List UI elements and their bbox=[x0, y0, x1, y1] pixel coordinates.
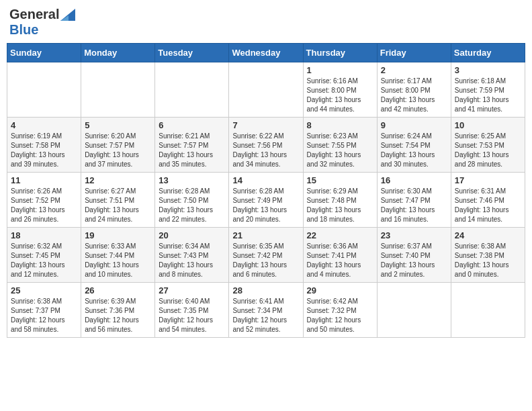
calendar-cell: 19Sunrise: 6:33 AM Sunset: 7:44 PM Dayli… bbox=[81, 228, 155, 283]
calendar-cell: 7Sunrise: 6:22 AM Sunset: 7:56 PM Daylig… bbox=[229, 118, 303, 173]
day-header-tuesday: Tuesday bbox=[155, 44, 229, 62]
day-info: Sunrise: 6:29 AM Sunset: 7:48 PM Dayligh… bbox=[307, 187, 373, 224]
calendar-cell: 16Sunrise: 6:30 AM Sunset: 7:47 PM Dayli… bbox=[377, 173, 451, 228]
calendar-cell: 22Sunrise: 6:36 AM Sunset: 7:41 PM Dayli… bbox=[303, 228, 377, 283]
day-header-monday: Monday bbox=[81, 44, 155, 62]
logo: General Blue bbox=[9, 7, 75, 38]
day-info: Sunrise: 6:17 AM Sunset: 8:00 PM Dayligh… bbox=[381, 77, 447, 114]
calendar-cell bbox=[155, 62, 229, 118]
day-number: 16 bbox=[381, 175, 447, 185]
calendar-cell: 18Sunrise: 6:32 AM Sunset: 7:45 PM Dayli… bbox=[7, 228, 81, 283]
calendar-cell: 29Sunrise: 6:42 AM Sunset: 7:32 PM Dayli… bbox=[303, 283, 377, 338]
day-info: Sunrise: 6:36 AM Sunset: 7:41 PM Dayligh… bbox=[307, 242, 373, 279]
calendar-cell: 9Sunrise: 6:24 AM Sunset: 7:54 PM Daylig… bbox=[377, 118, 451, 173]
calendar-cell bbox=[451, 283, 525, 338]
calendar-cell bbox=[81, 62, 155, 118]
day-number: 7 bbox=[232, 120, 299, 130]
day-info: Sunrise: 6:27 AM Sunset: 7:51 PM Dayligh… bbox=[85, 187, 151, 224]
calendar-cell: 10Sunrise: 6:25 AM Sunset: 7:53 PM Dayli… bbox=[451, 118, 525, 173]
day-info: Sunrise: 6:21 AM Sunset: 7:57 PM Dayligh… bbox=[159, 132, 225, 169]
day-number: 5 bbox=[85, 120, 151, 130]
day-number: 24 bbox=[455, 230, 521, 240]
day-header-friday: Friday bbox=[377, 44, 451, 62]
day-info: Sunrise: 6:32 AM Sunset: 7:45 PM Dayligh… bbox=[11, 242, 77, 279]
calendar-cell: 12Sunrise: 6:27 AM Sunset: 7:51 PM Dayli… bbox=[81, 173, 155, 228]
day-info: Sunrise: 6:28 AM Sunset: 7:50 PM Dayligh… bbox=[159, 187, 225, 224]
day-number: 19 bbox=[85, 230, 151, 240]
calendar-header-row: SundayMondayTuesdayWednesdayThursdayFrid… bbox=[7, 44, 525, 62]
day-number: 17 bbox=[455, 175, 521, 185]
calendar-week-2: 4Sunrise: 6:19 AM Sunset: 7:58 PM Daylig… bbox=[7, 118, 525, 173]
day-number: 12 bbox=[85, 175, 151, 185]
day-number: 21 bbox=[232, 230, 299, 240]
day-info: Sunrise: 6:20 AM Sunset: 7:57 PM Dayligh… bbox=[85, 132, 151, 169]
day-number: 14 bbox=[232, 175, 299, 185]
day-info: Sunrise: 6:38 AM Sunset: 7:37 PM Dayligh… bbox=[11, 297, 77, 334]
calendar-cell: 14Sunrise: 6:28 AM Sunset: 7:49 PM Dayli… bbox=[229, 173, 303, 228]
calendar-cell bbox=[7, 62, 81, 118]
day-info: Sunrise: 6:19 AM Sunset: 7:58 PM Dayligh… bbox=[11, 132, 77, 169]
calendar-cell: 2Sunrise: 6:17 AM Sunset: 8:00 PM Daylig… bbox=[377, 62, 451, 118]
calendar-cell: 25Sunrise: 6:38 AM Sunset: 7:37 PM Dayli… bbox=[7, 283, 81, 338]
day-number: 13 bbox=[159, 175, 225, 185]
day-number: 15 bbox=[307, 175, 373, 185]
day-number: 25 bbox=[11, 285, 77, 295]
page-header: General Blue bbox=[7, 7, 525, 38]
calendar-week-5: 25Sunrise: 6:38 AM Sunset: 7:37 PM Dayli… bbox=[7, 283, 525, 338]
day-header-sunday: Sunday bbox=[7, 44, 81, 62]
day-info: Sunrise: 6:16 AM Sunset: 8:00 PM Dayligh… bbox=[307, 77, 373, 114]
calendar-cell: 11Sunrise: 6:26 AM Sunset: 7:52 PM Dayli… bbox=[7, 173, 81, 228]
day-info: Sunrise: 6:34 AM Sunset: 7:43 PM Dayligh… bbox=[159, 242, 225, 279]
calendar-cell: 20Sunrise: 6:34 AM Sunset: 7:43 PM Dayli… bbox=[155, 228, 229, 283]
calendar-cell bbox=[377, 283, 451, 338]
day-number: 22 bbox=[307, 230, 373, 240]
day-number: 18 bbox=[11, 230, 77, 240]
calendar-week-1: 1Sunrise: 6:16 AM Sunset: 8:00 PM Daylig… bbox=[7, 62, 525, 118]
day-number: 8 bbox=[307, 120, 373, 130]
calendar-cell: 26Sunrise: 6:39 AM Sunset: 7:36 PM Dayli… bbox=[81, 283, 155, 338]
day-info: Sunrise: 6:38 AM Sunset: 7:38 PM Dayligh… bbox=[455, 242, 521, 279]
day-number: 9 bbox=[381, 120, 447, 130]
calendar-week-3: 11Sunrise: 6:26 AM Sunset: 7:52 PM Dayli… bbox=[7, 173, 525, 228]
day-info: Sunrise: 6:25 AM Sunset: 7:53 PM Dayligh… bbox=[455, 132, 521, 169]
day-number: 20 bbox=[159, 230, 225, 240]
day-number: 29 bbox=[307, 285, 373, 295]
day-info: Sunrise: 6:42 AM Sunset: 7:32 PM Dayligh… bbox=[307, 297, 373, 334]
calendar-cell: 4Sunrise: 6:19 AM Sunset: 7:58 PM Daylig… bbox=[7, 118, 81, 173]
day-number: 2 bbox=[381, 65, 447, 75]
day-number: 6 bbox=[159, 120, 225, 130]
calendar-cell: 17Sunrise: 6:31 AM Sunset: 7:46 PM Dayli… bbox=[451, 173, 525, 228]
day-header-saturday: Saturday bbox=[451, 44, 525, 62]
calendar-cell: 27Sunrise: 6:40 AM Sunset: 7:35 PM Dayli… bbox=[155, 283, 229, 338]
day-info: Sunrise: 6:39 AM Sunset: 7:36 PM Dayligh… bbox=[85, 297, 151, 334]
day-info: Sunrise: 6:33 AM Sunset: 7:44 PM Dayligh… bbox=[85, 242, 151, 279]
day-info: Sunrise: 6:26 AM Sunset: 7:52 PM Dayligh… bbox=[11, 187, 77, 224]
calendar-cell bbox=[229, 62, 303, 118]
day-number: 26 bbox=[85, 285, 151, 295]
day-number: 27 bbox=[159, 285, 225, 295]
calendar-cell: 6Sunrise: 6:21 AM Sunset: 7:57 PM Daylig… bbox=[155, 118, 229, 173]
day-info: Sunrise: 6:23 AM Sunset: 7:55 PM Dayligh… bbox=[307, 132, 373, 169]
day-header-thursday: Thursday bbox=[303, 44, 377, 62]
calendar-week-4: 18Sunrise: 6:32 AM Sunset: 7:45 PM Dayli… bbox=[7, 228, 525, 283]
logo-icon bbox=[60, 9, 75, 21]
calendar-cell: 8Sunrise: 6:23 AM Sunset: 7:55 PM Daylig… bbox=[303, 118, 377, 173]
day-info: Sunrise: 6:31 AM Sunset: 7:46 PM Dayligh… bbox=[455, 187, 521, 224]
calendar-table: SundayMondayTuesdayWednesdayThursdayFrid… bbox=[7, 43, 525, 338]
logo-blue-text: Blue bbox=[9, 22, 38, 37]
calendar-cell: 21Sunrise: 6:35 AM Sunset: 7:42 PM Dayli… bbox=[229, 228, 303, 283]
day-info: Sunrise: 6:40 AM Sunset: 7:35 PM Dayligh… bbox=[159, 297, 225, 334]
day-info: Sunrise: 6:18 AM Sunset: 7:59 PM Dayligh… bbox=[455, 77, 521, 114]
calendar-cell: 13Sunrise: 6:28 AM Sunset: 7:50 PM Dayli… bbox=[155, 173, 229, 228]
calendar-cell: 5Sunrise: 6:20 AM Sunset: 7:57 PM Daylig… bbox=[81, 118, 155, 173]
day-info: Sunrise: 6:41 AM Sunset: 7:34 PM Dayligh… bbox=[232, 297, 299, 334]
day-number: 28 bbox=[232, 285, 299, 295]
calendar-cell: 1Sunrise: 6:16 AM Sunset: 8:00 PM Daylig… bbox=[303, 62, 377, 118]
day-info: Sunrise: 6:22 AM Sunset: 7:56 PM Dayligh… bbox=[232, 132, 299, 169]
day-number: 3 bbox=[455, 65, 521, 75]
day-number: 4 bbox=[11, 120, 77, 130]
calendar-cell: 24Sunrise: 6:38 AM Sunset: 7:38 PM Dayli… bbox=[451, 228, 525, 283]
day-info: Sunrise: 6:24 AM Sunset: 7:54 PM Dayligh… bbox=[381, 132, 447, 169]
day-info: Sunrise: 6:30 AM Sunset: 7:47 PM Dayligh… bbox=[381, 187, 447, 224]
day-number: 1 bbox=[307, 65, 373, 75]
